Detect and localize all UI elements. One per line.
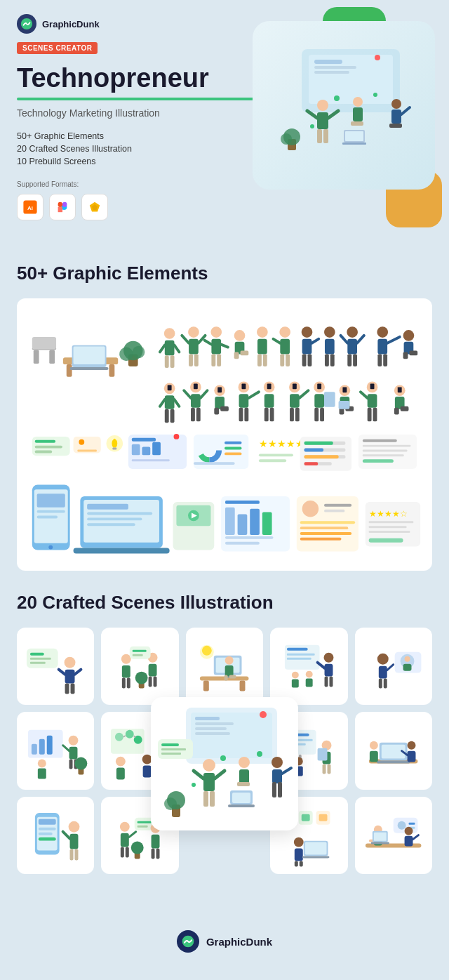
svg-rect-250 <box>29 658 51 660</box>
svg-rect-2 <box>314 60 342 64</box>
svg-rect-40 <box>34 350 39 364</box>
svg-rect-331 <box>116 767 125 779</box>
svg-rect-55 <box>165 355 169 368</box>
svg-point-393 <box>294 837 304 847</box>
svg-point-75 <box>257 326 268 338</box>
svg-rect-262 <box>127 678 130 689</box>
svg-rect-74 <box>241 350 249 355</box>
svg-rect-123 <box>217 387 222 392</box>
svg-rect-146 <box>314 394 324 408</box>
svg-rect-239 <box>300 532 351 535</box>
svg-rect-396 <box>299 861 302 867</box>
svg-point-65 <box>210 326 222 338</box>
svg-rect-100 <box>377 339 387 355</box>
scene-card-15 <box>355 797 432 874</box>
svg-rect-251 <box>29 662 45 664</box>
svg-point-297 <box>305 671 312 678</box>
svg-rect-34 <box>58 207 62 212</box>
svg-rect-392 <box>319 814 327 821</box>
footer-brand-name: GraphicDunk <box>206 936 272 948</box>
svg-rect-407 <box>371 842 389 845</box>
svg-point-5 <box>375 55 380 60</box>
svg-rect-231 <box>225 536 274 539</box>
svg-rect-364 <box>38 833 52 835</box>
svg-rect-107 <box>409 350 417 355</box>
format-figma-icon <box>49 194 76 220</box>
svg-rect-82 <box>286 354 290 366</box>
svg-point-366 <box>68 821 79 833</box>
svg-line-69 <box>205 340 212 345</box>
svg-rect-292 <box>324 677 328 687</box>
svg-rect-3 <box>314 66 356 69</box>
svg-rect-274 <box>203 681 209 691</box>
svg-point-326 <box>126 730 134 739</box>
svg-point-210 <box>48 545 53 549</box>
svg-rect-315 <box>69 746 77 759</box>
svg-rect-170 <box>35 450 52 453</box>
svg-rect-320 <box>37 768 46 779</box>
svg-rect-178 <box>132 444 140 455</box>
hero-illustration-card <box>253 21 435 190</box>
svg-rect-296 <box>292 680 299 688</box>
svg-rect-166 <box>401 406 409 411</box>
svg-point-24 <box>281 133 292 145</box>
svg-rect-369 <box>74 849 78 861</box>
svg-line-120 <box>184 390 191 398</box>
svg-point-52 <box>133 345 145 358</box>
svg-point-385 <box>131 842 144 854</box>
svg-rect-390 <box>301 814 309 821</box>
svg-rect-129 <box>239 394 249 408</box>
svg-rect-260 <box>122 666 130 678</box>
svg-rect-244 <box>369 526 407 528</box>
svg-rect-255 <box>70 684 74 694</box>
svg-rect-13 <box>353 107 363 121</box>
svg-point-432 <box>239 757 250 768</box>
svg-rect-258 <box>105 631 175 701</box>
svg-rect-240 <box>300 538 342 541</box>
svg-line-143 <box>300 390 309 398</box>
svg-rect-289 <box>287 658 311 660</box>
svg-rect-382 <box>151 849 154 859</box>
svg-point-280 <box>202 646 212 656</box>
svg-point-445 <box>164 797 177 810</box>
svg-rect-282 <box>225 666 234 677</box>
svg-rect-291 <box>324 664 333 677</box>
svg-rect-418 <box>195 722 234 725</box>
svg-rect-157 <box>370 383 375 389</box>
svg-rect-308 <box>403 664 412 671</box>
svg-rect-302 <box>379 679 382 689</box>
brand-name: GraphicDunk <box>42 19 100 29</box>
svg-rect-96 <box>353 354 357 366</box>
svg-rect-232 <box>225 542 260 545</box>
hero-scene-svg <box>267 35 421 176</box>
svg-rect-367 <box>69 834 78 849</box>
svg-rect-125 <box>214 408 219 415</box>
svg-point-372 <box>120 822 130 832</box>
graphic-elements-svg: ★★★★★ <box>25 307 424 559</box>
svg-rect-207 <box>363 459 394 463</box>
svg-point-281 <box>225 656 234 665</box>
svg-point-104 <box>403 330 415 341</box>
svg-rect-313 <box>46 736 52 755</box>
svg-rect-135 <box>264 394 274 408</box>
svg-point-447 <box>257 751 262 757</box>
svg-point-325 <box>115 733 123 741</box>
svg-rect-211 <box>37 494 65 508</box>
svg-rect-265 <box>149 677 152 687</box>
svg-rect-288 <box>287 654 315 656</box>
svg-rect-237 <box>300 521 355 524</box>
svg-rect-158 <box>368 394 377 408</box>
svg-rect-139 <box>293 383 297 389</box>
svg-point-18 <box>391 99 401 109</box>
scene-card-4 <box>270 628 347 705</box>
footer: GraphicDunk <box>0 916 449 967</box>
svg-rect-395 <box>295 861 298 867</box>
svg-rect-425 <box>161 753 181 755</box>
svg-rect-236 <box>324 510 344 512</box>
svg-rect-424 <box>161 748 186 750</box>
svg-rect-235 <box>324 504 351 507</box>
svg-rect-434 <box>237 782 250 786</box>
svg-rect-47 <box>74 346 105 364</box>
svg-line-83 <box>274 339 281 343</box>
svg-rect-355 <box>370 750 378 762</box>
